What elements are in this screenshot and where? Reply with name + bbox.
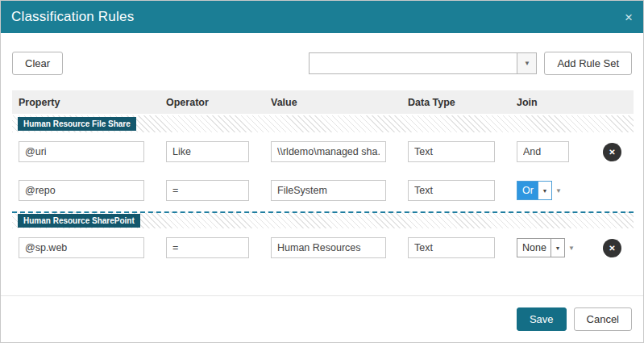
group-badge: Human Resource File Share — [18, 117, 136, 131]
add-rule-set-button[interactable]: Add Rule Set — [544, 52, 632, 75]
join-cell — [510, 141, 584, 162]
value-input[interactable] — [271, 237, 386, 258]
delete-rule-button[interactable]: ✕ — [603, 239, 621, 257]
join-select-value: None — [517, 239, 551, 257]
data-type-input[interactable] — [408, 180, 495, 201]
table-header-row: Property Operator Value Data Type Join — [12, 90, 634, 114]
data-type-input[interactable] — [408, 237, 495, 258]
rules-table: Property Operator Value Data Type Join H… — [12, 90, 634, 267]
cancel-button[interactable]: Cancel — [574, 307, 632, 331]
close-icon[interactable]: × — [625, 10, 633, 24]
operator-cell — [160, 180, 264, 201]
dropdown-arrow-icon[interactable]: ▼ — [568, 245, 575, 252]
join-cell: Or▼▼ — [510, 181, 584, 200]
dropdown-arrow-icon[interactable]: ▼ — [555, 187, 562, 195]
column-header-property: Property — [12, 97, 160, 108]
group-badge: Human Resource SharePoint — [18, 214, 140, 228]
rule-set-input[interactable] — [309, 52, 517, 74]
join-select[interactable]: None▼ — [517, 238, 565, 257]
property-input[interactable] — [19, 237, 144, 258]
value-input[interactable] — [271, 180, 386, 201]
rule-row: Or▼▼ — [12, 171, 634, 210]
group-row: Human Resource SharePoint — [12, 211, 634, 228]
dialog-footer: Save Cancel — [1, 295, 643, 342]
operator-input[interactable] — [166, 141, 249, 162]
value-cell — [264, 141, 401, 162]
rule-row: ✕ — [12, 132, 634, 171]
rules-table-body: Human Resource File Share✕Or▼▼Human Reso… — [12, 115, 634, 267]
save-button[interactable]: Save — [517, 307, 567, 331]
data-type-cell — [401, 180, 510, 201]
join-cell: None▼▼ — [510, 238, 584, 257]
join-input[interactable] — [517, 141, 569, 162]
value-cell — [264, 237, 401, 258]
dialog-header: Classification Rules × — [1, 1, 643, 33]
chevron-down-icon[interactable]: ▼ — [538, 182, 551, 199]
data-type-cell — [401, 141, 510, 162]
property-cell — [12, 237, 160, 258]
operator-cell — [160, 237, 264, 258]
column-header-value: Value — [264, 97, 401, 108]
operator-input[interactable] — [166, 237, 249, 258]
join-combo: Or▼▼ — [517, 181, 584, 200]
join-combo: None▼▼ — [517, 238, 584, 257]
toolbar: Clear ▼ Add Rule Set — [12, 52, 632, 75]
group-row: Human Resource File Share — [12, 115, 634, 132]
property-cell — [12, 141, 160, 162]
actions-cell: ✕ — [584, 143, 634, 161]
value-input[interactable] — [271, 141, 386, 162]
dialog-title: Classification Rules — [11, 9, 134, 25]
chevron-down-icon[interactable]: ▼ — [551, 239, 564, 257]
rule-set-combobox: ▼ — [309, 52, 537, 74]
property-input[interactable] — [19, 180, 144, 201]
operator-cell — [160, 141, 264, 162]
clear-button[interactable]: Clear — [12, 52, 63, 75]
delete-rule-button[interactable]: ✕ — [603, 143, 621, 161]
property-input[interactable] — [19, 141, 144, 162]
data-type-input[interactable] — [408, 141, 495, 162]
chevron-down-icon[interactable]: ▼ — [517, 52, 537, 74]
operator-input[interactable] — [166, 180, 249, 201]
join-select[interactable]: Or▼ — [517, 181, 552, 200]
value-cell — [264, 180, 401, 201]
column-header-data-type: Data Type — [401, 97, 510, 108]
data-type-cell — [401, 237, 510, 258]
column-header-operator: Operator — [160, 97, 264, 108]
column-header-join: Join — [510, 97, 584, 108]
rule-row: None▼▼✕ — [12, 228, 634, 267]
actions-cell: ✕ — [584, 239, 634, 257]
property-cell — [12, 180, 160, 201]
join-select-value: Or — [517, 182, 538, 199]
